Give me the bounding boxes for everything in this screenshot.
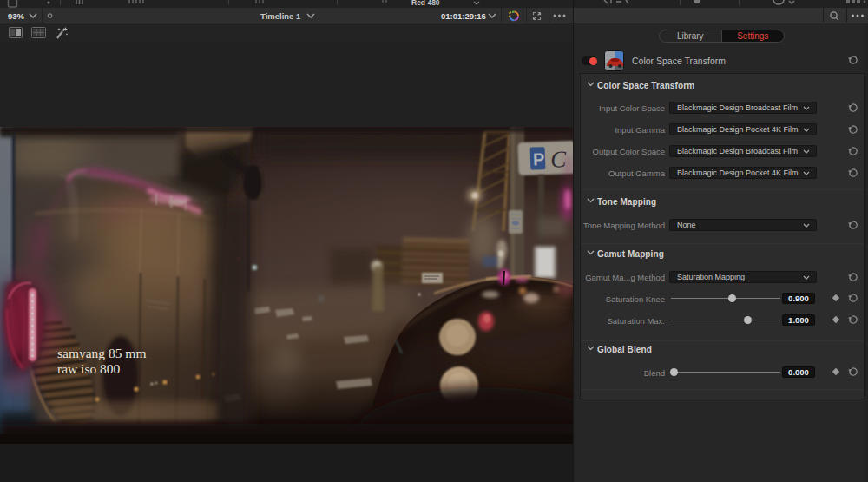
svg-text:samyang 85 mm: samyang 85 mm [57,346,146,360]
svg-text:Red 480: Red 480 [411,0,440,7]
svg-text:raw iso 800: raw iso 800 [57,361,121,376]
